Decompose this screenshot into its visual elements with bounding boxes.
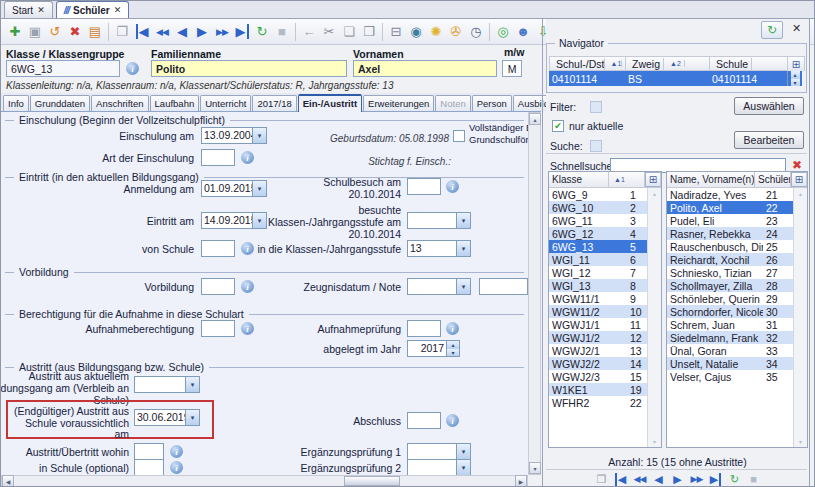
info-icon[interactable]: i [446, 322, 459, 335]
chevron-down-icon[interactable]: ▾ [456, 213, 470, 228]
tab-ein-austritt[interactable]: Ein-/Austritt [298, 94, 362, 112]
nur-aktuelle-checkbox[interactable]: ✔ [552, 120, 564, 132]
table-row[interactable]: WGW11/19 [549, 292, 661, 305]
table-row[interactable]: 6WG_102 [549, 201, 661, 214]
einschulung-am-field[interactable]: 13.09.2004▾ [201, 127, 267, 144]
close-icon[interactable]: ✕ [114, 5, 122, 15]
zeugnisdatum-field[interactable]: ▾ [407, 278, 471, 295]
form-horizontal-scrollbar[interactable]: ◀ ▶ [1, 475, 528, 487]
table-row[interactable]: Rauschenbusch, Dirk25 [667, 240, 807, 253]
scroll-down-icon[interactable]: ▾ [653, 438, 656, 445]
uebertritt-field[interactable] [134, 443, 164, 460]
table-row[interactable]: WGI_138 [549, 279, 661, 292]
auswaehlen-button[interactable]: Auswählen [734, 97, 804, 115]
class-column-header[interactable]: Klasse [549, 172, 609, 187]
austritt-aktuell-field[interactable]: ▾ [134, 376, 200, 393]
student-icon[interactable]: ☻ [513, 22, 533, 42]
chevron-down-icon[interactable]: ▾ [456, 241, 470, 256]
scroll-thumb[interactable] [344, 476, 400, 486]
art-einschulung-field[interactable] [201, 149, 235, 166]
column-config-icon[interactable]: ⊞ [791, 172, 807, 187]
table-row[interactable]: W1KE119 [549, 383, 661, 396]
table-row[interactable]: Reichardt, Xochil26 [667, 253, 807, 266]
next-record-icon[interactable]: ▶ [669, 471, 686, 487]
abschluss-field[interactable] [407, 412, 441, 429]
web-sync-icon[interactable]: ◎ [493, 22, 513, 42]
spin-up-icon[interactable]: ▴ [447, 341, 459, 349]
table-row[interactable]: WGI_116 [549, 253, 661, 266]
form-vertical-scrollbar[interactable]: ▴ ▾ [528, 112, 541, 475]
stufe-field[interactable]: 13▾ [407, 240, 471, 257]
last-record-icon[interactable]: ▶ [232, 22, 252, 42]
table-row[interactable]: WGWJ1/212 [549, 331, 661, 344]
chevron-down-icon[interactable]: ▾ [456, 444, 470, 459]
grundschulfoerder-checkbox[interactable] [453, 130, 465, 142]
panel-refresh-button[interactable]: ↻ [761, 21, 783, 39]
filter-checkbox[interactable] [590, 101, 602, 113]
chevron-down-icon[interactable]: ▾ [252, 128, 266, 143]
undo-icon[interactable]: ↺ [45, 22, 65, 42]
quick_search.students-scrollbar[interactable]: ▴▾ [793, 188, 807, 447]
chevron-down-icon[interactable]: ▾ [456, 279, 470, 294]
refresh-icon[interactable]: ↻ [726, 471, 743, 487]
last-record-icon[interactable]: ▶ [707, 471, 724, 487]
table-row[interactable]: 6WG_124 [549, 227, 661, 240]
class-sort-header[interactable]: ▲1 [609, 172, 645, 187]
table-row[interactable]: WGWJ2/315 [549, 370, 661, 383]
scroll-up-icon[interactable]: ▴ [529, 113, 541, 125]
next-fast-icon[interactable]: ▶▶ [212, 22, 232, 42]
window-tab-start[interactable]: Start ✕ [4, 1, 53, 18]
vornamen-field[interactable]: Axel [353, 60, 497, 77]
table-row[interactable]: Schorndorfer, Nicole ...30 [667, 305, 807, 318]
table-row[interactable]: WGW11/210 [549, 305, 661, 318]
tab-info[interactable]: Info [3, 95, 29, 111]
table-row[interactable]: 6WG_135 [549, 240, 661, 253]
klasse-field[interactable]: 6WG_13 [6, 60, 120, 77]
scroll-down-icon[interactable]: ▾ [799, 438, 802, 445]
table-row[interactable]: WGWJ1/111 [549, 318, 661, 331]
tab-grunddaten[interactable]: Grunddaten [30, 95, 90, 111]
student-sort-column-header[interactable]: Schülersorti... [755, 172, 791, 187]
suche-checkbox[interactable] [590, 140, 602, 152]
table-row[interactable]: 6WG_113 [549, 214, 661, 227]
notify-icon[interactable]: ✇ [446, 22, 466, 42]
navigator-header[interactable]: Schul-/Dst.Nr.▲1 Zweig▲2 Schule ⊞ [549, 56, 805, 71]
info-icon[interactable]: i [126, 62, 139, 75]
table-row[interactable]: Schrem, Juan31 [667, 318, 807, 331]
table-row[interactable]: Velser, Cajus35 [667, 370, 807, 383]
info-icon[interactable]: i [446, 180, 459, 193]
spin-up-icon[interactable]: ▴ [791, 71, 800, 79]
abgelegt-jahr-spinner[interactable]: 2017 ▴▾ [407, 340, 460, 357]
spin-down-icon[interactable]: ▾ [447, 349, 459, 357]
tab-laufbahn[interactable]: Laufbahn [150, 95, 200, 111]
tab-anschriften[interactable]: Anschriften [91, 95, 149, 111]
table-row[interactable]: Schollmayer, Zilla28 [667, 279, 807, 292]
tab-noten[interactable]: Noten [435, 95, 470, 111]
quick_search.classes-header[interactable]: Klasse▲1⊞ [549, 172, 661, 188]
table-row[interactable]: WGWJ2/214 [549, 357, 661, 370]
endgueltiger-austritt-field[interactable]: 30.06.2019 ▾ [134, 409, 200, 426]
window-icon[interactable]: ❐ [593, 471, 610, 487]
student-column-header[interactable]: Name, Vorname(n)▲ [667, 172, 755, 187]
table-row[interactable]: WFHR222 [549, 396, 661, 409]
tab-person[interactable]: Person [472, 95, 512, 111]
stop-icon[interactable]: ■ [272, 22, 292, 42]
scroll-up-icon[interactable]: ▴ [653, 190, 656, 197]
schulbesuch-field[interactable] [407, 178, 441, 195]
next-record-icon[interactable]: ▶ [192, 22, 212, 42]
stop-icon[interactable]: ■ [745, 471, 762, 487]
familienname-field[interactable]: Polito [151, 60, 347, 77]
scroll-down-icon[interactable]: ▾ [529, 462, 541, 474]
quick_search.classes-scrollbar[interactable]: ▴▾ [647, 188, 661, 447]
info-icon[interactable]: i [446, 414, 459, 427]
chevron-down-icon[interactable]: ▾ [185, 410, 199, 425]
next-fast-icon[interactable]: ▶▶ [688, 471, 705, 487]
hint-icon[interactable]: ✺ [426, 22, 446, 42]
note-field[interactable] [479, 278, 528, 295]
table-row[interactable]: Ünal, Goran33 [667, 344, 807, 357]
save-record-icon[interactable]: ▣ [25, 22, 45, 42]
column-config-icon[interactable]: ⊞ [788, 57, 804, 72]
copy-icon[interactable]: ❏ [339, 22, 359, 42]
prev-fast-icon[interactable]: ◀◀ [631, 471, 648, 487]
paste-icon[interactable]: ❒ [359, 22, 379, 42]
